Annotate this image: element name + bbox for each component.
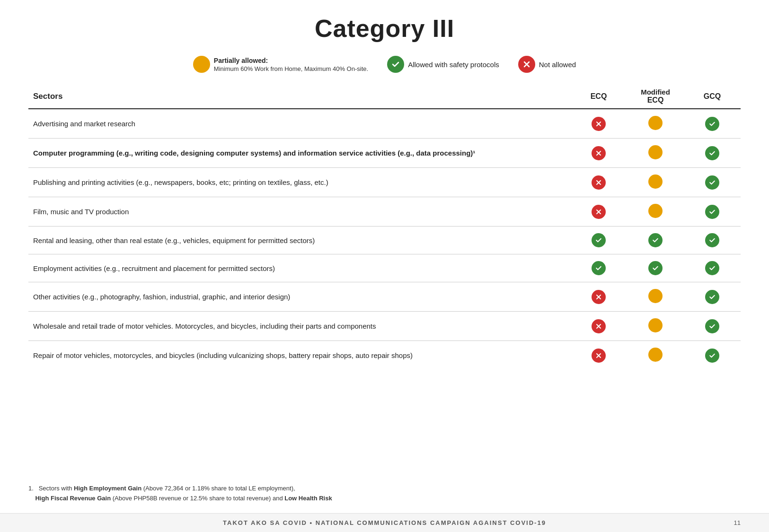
table-row: Film, music and TV production bbox=[28, 197, 741, 227]
table-row: Repair of motor vehicles, motorcycles, a… bbox=[28, 341, 741, 370]
mecq-cell bbox=[627, 168, 684, 197]
table-row: Rental and leasing, other than real esta… bbox=[28, 227, 741, 254]
mecq-cell bbox=[627, 109, 684, 139]
gcq-cell bbox=[684, 341, 741, 370]
ecq-cell bbox=[570, 282, 627, 312]
col-sectors: Sectors bbox=[28, 84, 570, 109]
ecq-cell bbox=[570, 197, 627, 227]
legend-allowed: Allowed with safety protocols bbox=[387, 56, 499, 73]
col-gcq: GCQ bbox=[684, 84, 741, 109]
ecq-cell bbox=[570, 139, 627, 168]
table-container: Sectors ECQ Modified ECQ GCQ Advertising… bbox=[28, 84, 741, 474]
col-modified-ecq: Modified ECQ bbox=[627, 84, 684, 109]
mecq-cell bbox=[627, 227, 684, 254]
footer-bar: TAKOT AKO SA COVID • NATIONAL COMMUNICAT… bbox=[0, 513, 769, 532]
mecq-cell bbox=[627, 312, 684, 341]
partially-label: Partially allowed: bbox=[214, 57, 268, 64]
table-row: Publishing and printing activities (e.g.… bbox=[28, 168, 741, 197]
sector-cell: Rental and leasing, other than real esta… bbox=[28, 227, 570, 254]
gcq-cell bbox=[684, 227, 741, 254]
sector-cell: Advertising and market research bbox=[28, 109, 570, 139]
gcq-cell bbox=[684, 197, 741, 227]
footnote-high-fiscal: High Fiscal Revenue Gain bbox=[35, 495, 111, 502]
ecq-cell bbox=[570, 312, 627, 341]
partially-sublabel: Minimum 60% Work from Home, Maximum 40% … bbox=[214, 65, 368, 72]
mecq-cell bbox=[627, 282, 684, 312]
ecq-cell bbox=[570, 109, 627, 139]
modified-label: Modified bbox=[641, 88, 670, 96]
footnote-low-health: Low Health Risk bbox=[284, 495, 332, 502]
not-allowed-label: Not allowed bbox=[539, 61, 576, 69]
table-row: Computer programming (e.g., writing code… bbox=[28, 139, 741, 168]
gcq-cell bbox=[684, 139, 741, 168]
legend-partially-text: Partially allowed: Minimum 60% Work from… bbox=[214, 57, 368, 72]
ecq-cell bbox=[570, 254, 627, 282]
legend-row: Partially allowed: Minimum 60% Work from… bbox=[28, 56, 741, 73]
ecq-cell bbox=[570, 341, 627, 370]
footnote-number: 1. bbox=[28, 485, 34, 492]
mecq-cell bbox=[627, 139, 684, 168]
mecq-cell bbox=[627, 341, 684, 370]
legend-partially-allowed: Partially allowed: Minimum 60% Work from… bbox=[193, 56, 368, 73]
sector-cell: Publishing and printing activities (e.g.… bbox=[28, 168, 570, 197]
table-row: Wholesale and retail trade of motor vehi… bbox=[28, 312, 741, 341]
ecq-cell bbox=[570, 227, 627, 254]
footnote: 1. Sectors with High Employment Gain (Ab… bbox=[28, 484, 741, 504]
gcq-cell bbox=[684, 168, 741, 197]
mecq-cell bbox=[627, 254, 684, 282]
sector-cell: Other activities (e.g., photography, fas… bbox=[28, 282, 570, 312]
sector-cell: Employment activities (e.g., recruitment… bbox=[28, 254, 570, 282]
gcq-cell bbox=[684, 109, 741, 139]
sector-cell: Computer programming (e.g., writing code… bbox=[28, 139, 570, 168]
footnote-mid1: (Above 72,364 or 1.18% share to total LE… bbox=[141, 485, 295, 492]
mecq-cell bbox=[627, 197, 684, 227]
table-body: Advertising and market researchComputer … bbox=[28, 109, 741, 370]
footnote-mid2: (Above PHP58B revenue or 12.5% share to … bbox=[111, 495, 284, 502]
page-number: 11 bbox=[734, 519, 741, 526]
footnote-high-employment: High Employment Gain bbox=[74, 485, 141, 492]
footer-text: TAKOT AKO SA COVID • NATIONAL COMMUNICAT… bbox=[223, 519, 546, 526]
page: Category III Partially allowed: Minimum … bbox=[0, 0, 769, 532]
sector-cell: Film, music and TV production bbox=[28, 197, 570, 227]
sector-cell: Wholesale and retail trade of motor vehi… bbox=[28, 312, 570, 341]
modified-ecq-header: Modified ECQ bbox=[632, 88, 679, 105]
footnote-prefix: Sectors with bbox=[39, 485, 74, 492]
page-title: Category III bbox=[28, 14, 741, 43]
table-row: Other activities (e.g., photography, fas… bbox=[28, 282, 741, 312]
ecq-cell bbox=[570, 168, 627, 197]
legend-not-allowed: Not allowed bbox=[518, 56, 576, 73]
gcq-cell bbox=[684, 254, 741, 282]
table-row: Employment activities (e.g., recruitment… bbox=[28, 254, 741, 282]
category-table: Sectors ECQ Modified ECQ GCQ Advertising… bbox=[28, 84, 741, 370]
table-row: Advertising and market research bbox=[28, 109, 741, 139]
not-allowed-icon bbox=[518, 56, 535, 73]
col-ecq: ECQ bbox=[570, 84, 627, 109]
ecq-label: ECQ bbox=[647, 96, 664, 105]
gcq-cell bbox=[684, 312, 741, 341]
allowed-icon bbox=[387, 56, 404, 73]
sector-cell: Repair of motor vehicles, motorcycles, a… bbox=[28, 341, 570, 370]
allowed-label: Allowed with safety protocols bbox=[408, 61, 499, 69]
gcq-cell bbox=[684, 282, 741, 312]
partially-allowed-icon bbox=[193, 56, 210, 73]
table-header-row: Sectors ECQ Modified ECQ GCQ bbox=[28, 84, 741, 109]
